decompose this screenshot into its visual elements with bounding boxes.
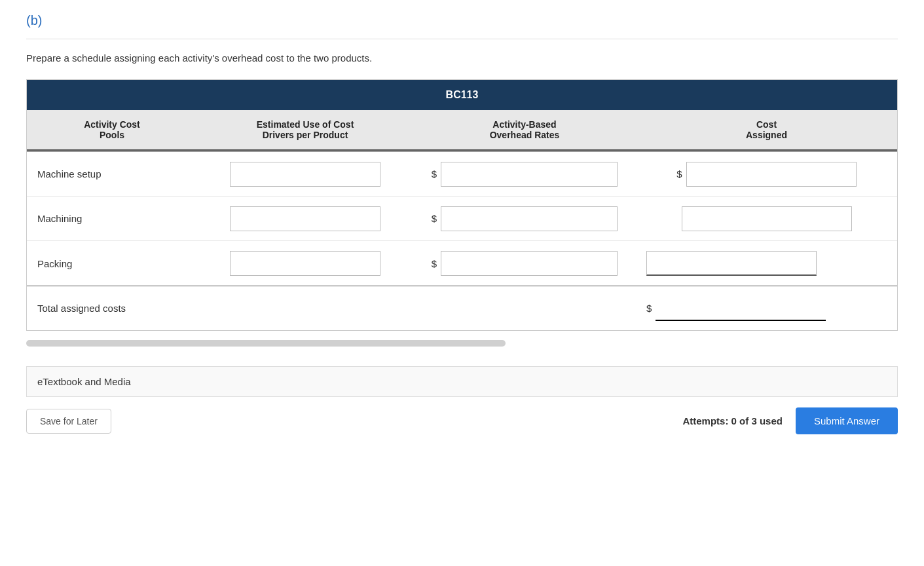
footer-section: eTextbook and Media Save for Later Attem… [26,366,898,434]
scrollbar-track[interactable] [26,340,506,347]
cell-machine-setup-cost: $ [636,155,897,193]
dollar-sign-total: $ [646,303,652,314]
input-machine-setup-overhead[interactable] [441,162,618,187]
attempts-text: Attempts: 0 of 3 used [682,415,783,426]
main-table: BC113 Activity CostPools Estimated Use o… [26,79,898,331]
input-machining-overhead[interactable] [441,206,618,231]
table-row: Packing $ [27,241,897,286]
instruction-text: Prepare a schedule assigning each activi… [26,52,898,64]
save-for-later-button[interactable]: Save for Later [26,409,111,434]
total-row-label: Total assigned costs [27,293,636,323]
section-label: (b) [26,13,898,39]
table-row: Machining $ [27,197,897,241]
cell-machine-setup-estimated [197,155,413,193]
total-cost-cell: $ [636,290,897,328]
input-packing-cost[interactable] [646,251,817,276]
cell-packing-estimated [197,244,413,282]
input-machining-cost[interactable] [682,206,852,231]
cell-machining-cost [636,200,897,238]
submit-answer-button[interactable]: Submit Answer [796,407,898,434]
row-label-machining: Machining [27,204,197,233]
dollar-sign-packing-overhead: $ [432,258,437,269]
input-packing-overhead[interactable] [441,251,618,276]
col-header-cost-assigned: CostAssigned [636,110,897,151]
row-label-packing: Packing [27,249,197,278]
bottom-bar: Save for Later Attempts: 0 of 3 used Sub… [26,407,898,434]
total-row: Total assigned costs $ [27,286,897,330]
cell-packing-cost [636,244,897,282]
cell-machining-estimated [197,200,413,238]
table-title: BC113 [27,80,897,110]
scrollbar-area [26,331,898,353]
right-actions: Attempts: 0 of 3 used Submit Answer [682,407,898,434]
col-header-estimated-use: Estimated Use of CostDrivers per Product [197,110,413,151]
dollar-sign-machine-overhead: $ [432,168,437,179]
dollar-sign-machine-cost: $ [676,168,682,179]
input-machine-setup-cost[interactable] [686,162,857,187]
table-row: Machine setup $ $ [27,152,897,197]
column-headers: Activity CostPools Estimated Use of Cost… [27,110,897,152]
dollar-sign-machining-overhead: $ [432,213,437,224]
cell-packing-overhead: $ [413,244,636,282]
input-total-cost[interactable] [656,296,826,321]
col-header-overhead-rates: Activity-BasedOverhead Rates [413,110,636,151]
cell-machine-setup-overhead: $ [413,155,636,193]
input-machining-estimated[interactable] [230,206,380,231]
input-packing-estimated[interactable] [230,251,380,276]
cell-machining-overhead: $ [413,200,636,238]
col-header-activity-cost-pools: Activity CostPools [27,110,197,151]
input-machine-setup-estimated[interactable] [230,162,380,187]
etextbook-bar: eTextbook and Media [26,366,898,397]
row-label-machine-setup: Machine setup [27,159,197,189]
